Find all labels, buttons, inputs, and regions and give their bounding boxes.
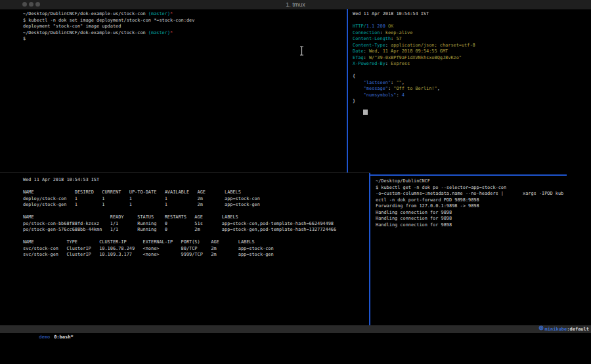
terminal-line: NAME DESIRED CURRENT UP-TO-DATE AVAILABL… (23, 190, 392, 196)
text-run: Date (353, 49, 364, 54)
text-run: Connection (353, 30, 380, 35)
text-run: } (353, 98, 355, 104)
text-run: Wed 11 Apr 2018 10:54:53 IST (23, 177, 99, 182)
text-run: HTTP/ (353, 24, 366, 29)
text-run: application/json; charset=utf-8 (391, 43, 475, 48)
terminal-line: Content-Length: 57 (353, 36, 591, 43)
text-run: $ kubectl -n dok set image deployment/st… (23, 18, 194, 23)
text-run: : (364, 49, 369, 54)
terminal-line: NAME TYPE CLUSTER-IP EXTERNAL-IP PORT(S)… (23, 239, 392, 246)
text-run: "message" (364, 86, 388, 91)
terminal-line: ~/Desktop/DublinCNCF/dok-example-us/stoc… (23, 11, 370, 18)
text-run: "" (396, 80, 401, 85)
text-run: OK (388, 24, 393, 29)
text-run: 57 (396, 36, 401, 41)
tmux-session-name[interactable]: demo (39, 334, 50, 340)
terminal-line: po/stock-gen-576cc688bb-44kmn 1/1 Runnin… (23, 227, 392, 233)
text-run: : (385, 43, 391, 48)
text-run: NAME READY STATUS RESTARTS AGE LABELS (23, 214, 238, 220)
terminal-line: ETag: W/"39-0xBPf9aF1dXVNkhsxoBQgJ8vKzo" (353, 55, 591, 62)
text-run (353, 92, 364, 98)
terminal-line: X-Powered-By: Express (353, 61, 591, 68)
pane-kubectl-watch-bottom-left[interactable]: Wed 11 Apr 2018 10:54:53 ISTNAME DESIRED… (0, 174, 392, 329)
text-run: Handling connection for 9898 (376, 216, 452, 221)
terminal-line: deploy/stock-con 1 1 1 1 2m app=stock-co… (23, 196, 392, 203)
tmux-window-tab[interactable]: 0:bash* (54, 334, 74, 340)
terminal-line: -o=custom-columns=:metadata.name --no-he… (376, 191, 591, 197)
terminal-line: NAME READY STATUS RESTARTS AGE LABELS (23, 214, 392, 221)
text-run: "numsymbols" (364, 92, 397, 98)
text-run: , (437, 86, 440, 91)
text-run: "Off to Berlin!" (393, 86, 437, 91)
pane-http-response-top-right[interactable]: Wed 11 Apr 2018 10:54:54 ISTHTTP/1.1 200… (348, 9, 591, 175)
terminal-line: Wed 11 Apr 2018 10:54:54 IST (353, 11, 591, 18)
text-run: ETag (353, 55, 364, 60)
text-run: (master) (148, 30, 170, 35)
text-run: Wed 11 Apr 2018 10:54:54 IST (353, 11, 429, 16)
terminal-line: $ (23, 36, 370, 43)
status-right: minikube:default (516, 325, 589, 333)
terminal-line: ectl -n dok port-forward POD 9898:9898 (376, 197, 591, 204)
text-run: 1.1 200 (366, 24, 385, 29)
kube-context-label[interactable]: minikube (545, 325, 567, 333)
text-run: Express (391, 61, 410, 66)
pane-divider-horizontal-right[interactable] (370, 174, 567, 176)
terminal-line (23, 233, 392, 240)
text-run: $ (23, 36, 26, 41)
text-run: Content-Length (353, 36, 391, 41)
window-titlebar[interactable]: 1. tmux (0, 0, 591, 10)
pane-divider-vertical-bottom[interactable] (369, 173, 370, 325)
pane-divider-horizontal-left[interactable] (0, 172, 370, 173)
terminal-line: { (353, 73, 591, 80)
terminal-line: } (353, 98, 591, 105)
pane-shell-top-left[interactable]: ~/Desktop/DublinCNCF/dok-example-us/stoc… (0, 9, 370, 175)
text-run: svc/stock-gen ClusterIP 10.109.3.177 <no… (23, 252, 274, 257)
terminal-line: po/stock-con-bb68f88fd-kzsxz 1/1 Running… (23, 221, 392, 228)
text-run (353, 86, 364, 91)
terminal-line: Handling connection for 9898 (376, 222, 591, 229)
text-run: X-Powered-By (353, 61, 385, 66)
terminal-line: Wed 11 Apr 2018 10:54:53 IST (23, 177, 392, 184)
text-run: $ kubectl get -n dok po --selector=app=s… (376, 185, 506, 190)
text-run: (master) (148, 11, 170, 16)
terminal-line: ~/Desktop/DublinCNCF/dok-example-us/stoc… (23, 30, 370, 37)
text-run (353, 80, 364, 85)
terminal-line: svc/stock-gen ClusterIP 10.109.3.177 <no… (23, 252, 392, 258)
status-left: demo0:bash* (22, 325, 74, 349)
text-run: * (170, 30, 173, 35)
pane-divider-vertical-top[interactable] (347, 9, 348, 173)
terminal-line: Connection: keep-alive (353, 30, 591, 37)
terminal-line: $ kubectl -n dok set image deployment/st… (23, 18, 370, 24)
text-run: Handling connection for 9898 (376, 222, 452, 228)
text-run: ~/Desktop/DublinCNCF/dok-example-us/stoc… (23, 30, 148, 35)
text-run: : (396, 92, 401, 98)
terminal-line: Date: Wed, 11 Apr 2018 09:54:55 GMT (353, 49, 591, 55)
text-run: deploy/stock-gen 1 1 1 1 2m app=stock-ge… (23, 202, 260, 207)
text-run: "lastseen" (364, 80, 391, 85)
terminal-line: Handling connection for 9898 (376, 216, 591, 222)
text-run: NAME DESIRED CURRENT UP-TO-DATE AVAILABL… (23, 190, 241, 195)
terminal-line (23, 184, 392, 190)
text-run: ectl -n dok port-forward POD 9898:9898 (376, 197, 479, 203)
text-run: 4 (402, 92, 405, 98)
terminal-line: Handling connection for 9898 (376, 210, 591, 216)
text-run: ~/Desktop/DublinCNCF (376, 178, 430, 184)
text-run: po/stock-con-bb68f88fd-kzsxz 1/1 Running… (23, 221, 334, 226)
terminal-line: deployment "stock-con" image updated (23, 24, 370, 30)
terminal-line: "numsymbols": 4 (353, 92, 591, 99)
kube-namespace-label[interactable]: :default (567, 325, 589, 333)
text-run: svc/stock-con ClusterIP 10.106.78.249 <n… (23, 246, 274, 251)
text-run: Wed, 11 Apr 2018 09:54:55 GMT (369, 49, 448, 54)
terminal-line: "lastseen": "", (353, 80, 591, 87)
text-run: ~/Desktop/DublinCNCF/dok-example-us/stoc… (23, 11, 148, 16)
terminal-line: HTTP/1.1 200 OK (353, 24, 591, 30)
terminal-line: svc/stock-con ClusterIP 10.106.78.249 <n… (23, 246, 392, 253)
terminal-line: "message": "Off to Berlin!", (353, 86, 591, 92)
text-run: NAME TYPE CLUSTER-IP EXTERNAL-IP PORT(S)… (23, 239, 255, 245)
text-run: : (380, 30, 385, 35)
terminal-line: $ kubectl get -n dok po --selector=app=s… (376, 185, 591, 192)
terminal-cursor (363, 110, 368, 115)
pane-port-forward-bottom-right[interactable]: ~/Desktop/DublinCNCF$ kubectl get -n dok… (370, 176, 591, 328)
text-run: W/"39-0xBPf9aF1dXVNkhsxoBQgJ8vKzo" (369, 55, 462, 60)
text-run: Forwarding from 127.0.0.1:9898 -> 9898 (376, 203, 479, 209)
